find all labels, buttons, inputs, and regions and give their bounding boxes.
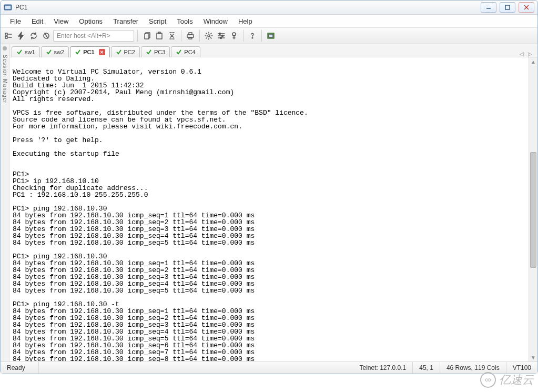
help-icon[interactable] (247, 30, 258, 42)
keymap-icon[interactable] (228, 30, 240, 42)
menu-edit[interactable]: Edit (26, 16, 48, 27)
statusbar: Ready Telnet: 127.0.0.1 45, 1 46 Rows, 1… (1, 361, 537, 374)
menu-help[interactable]: Help (233, 16, 258, 27)
menu-file[interactable]: File (5, 16, 26, 27)
status-cursor: 45, 1 (413, 362, 440, 374)
check-icon (176, 49, 182, 55)
scroll-track[interactable] (529, 66, 537, 353)
svg-point-13 (219, 33, 221, 35)
session-list-icon[interactable] (3, 30, 14, 42)
svg-point-12 (208, 35, 210, 37)
tab-pc4[interactable]: PC4 (171, 46, 200, 57)
tab-label: PC3 (154, 49, 165, 55)
app-icon (4, 3, 12, 12)
print-icon[interactable] (185, 30, 196, 42)
tab-label: sw1 (25, 49, 35, 55)
menu-options[interactable]: Options (74, 16, 108, 27)
window-title: PC1 (15, 4, 27, 11)
quick-connect-icon[interactable] (15, 30, 27, 42)
menu-window[interactable]: Window (198, 16, 233, 27)
maximize-button[interactable] (500, 2, 515, 13)
toolbar-separator (243, 30, 243, 42)
tabs-bar: sw1sw2PC1✕PC2PC3PC4 ◁ ▷ (9, 44, 537, 57)
host-input[interactable]: Enter host <Alt+R> (53, 30, 134, 42)
toolbar-separator (181, 30, 181, 42)
check-icon (75, 49, 81, 55)
menu-view[interactable]: View (48, 16, 74, 27)
svg-point-14 (222, 35, 224, 37)
watermark-text: 亿速云 (499, 372, 534, 388)
svg-rect-1 (5, 6, 11, 9)
menubar: File Edit View Options Transfer Script T… (1, 15, 537, 28)
titlebar[interactable]: PC1 (1, 1, 537, 15)
svg-point-17 (252, 37, 253, 38)
reconnect-icon[interactable] (28, 30, 39, 42)
menu-transfer[interactable]: Transfer (108, 16, 144, 27)
terminal-output[interactable]: Welcome to Virtual PC Simulator, version… (9, 57, 529, 361)
tab-pc2[interactable]: PC2 (111, 46, 140, 57)
session-manager-panel[interactable]: Session Manager (1, 44, 9, 361)
status-connection: Telnet: 127.0.0.1 (353, 362, 413, 374)
tab-scroll-right-icon[interactable]: ▷ (528, 51, 532, 57)
tab-close-icon[interactable]: ✕ (99, 49, 105, 55)
tab-sw2[interactable]: sw2 (41, 46, 69, 57)
watermark: 亿速云 (480, 372, 534, 388)
menu-tools[interactable]: Tools (171, 16, 198, 27)
vertical-scrollbar[interactable]: ▲ ▼ (529, 57, 537, 361)
toolbar-separator (137, 30, 138, 42)
tab-pc1[interactable]: PC1✕ (70, 46, 109, 57)
status-dimensions: 46 Rows, 119 Cols (440, 362, 506, 374)
tab-label: PC4 (184, 49, 195, 55)
disconnect-icon[interactable] (40, 30, 52, 42)
status-ready: Ready (1, 362, 39, 374)
copy-icon[interactable] (141, 30, 153, 42)
check-icon (16, 49, 23, 55)
svg-rect-10 (189, 33, 192, 35)
paste-icon[interactable] (154, 30, 165, 42)
watermark-logo-icon (480, 372, 496, 388)
tab-label: sw2 (54, 49, 65, 55)
terminal-text: Welcome to Virtual PC Simulator, version… (13, 62, 529, 361)
tab-sw1[interactable]: sw1 (12, 46, 40, 57)
toolbar-separator (261, 30, 262, 42)
scroll-thumb[interactable] (530, 152, 536, 268)
svg-rect-19 (269, 34, 273, 37)
scroll-down-icon[interactable]: ▼ (529, 353, 537, 361)
tab-label: PC1 (83, 49, 94, 55)
toolbar: Enter host <Alt+R> (1, 28, 537, 44)
toolbar-separator (199, 30, 200, 42)
options-icon[interactable] (216, 30, 227, 42)
svg-rect-11 (189, 37, 192, 39)
settings-icon[interactable] (203, 30, 215, 42)
svg-point-15 (220, 37, 222, 39)
svg-rect-3 (505, 5, 510, 9)
find-icon[interactable] (166, 30, 178, 42)
svg-point-16 (232, 33, 236, 36)
capture-icon[interactable] (265, 30, 277, 42)
status-terminal-type: VT100 (506, 362, 537, 374)
panel-grip-icon (3, 46, 7, 51)
app-window: PC1 File Edit View Options Transfer Scri… (0, 0, 538, 374)
minimize-button[interactable] (481, 2, 496, 13)
check-icon (116, 49, 122, 55)
tab-scroll-left-icon[interactable]: ◁ (520, 51, 524, 57)
menu-script[interactable]: Script (144, 16, 171, 27)
close-button[interactable] (519, 2, 534, 13)
svg-rect-6 (145, 34, 149, 39)
scroll-up-icon[interactable]: ▲ (529, 57, 537, 66)
check-icon (46, 49, 52, 55)
session-manager-label: Session Manager (2, 55, 8, 104)
check-icon (146, 49, 152, 55)
tab-label: PC2 (124, 49, 135, 55)
tab-pc3[interactable]: PC3 (141, 46, 170, 57)
